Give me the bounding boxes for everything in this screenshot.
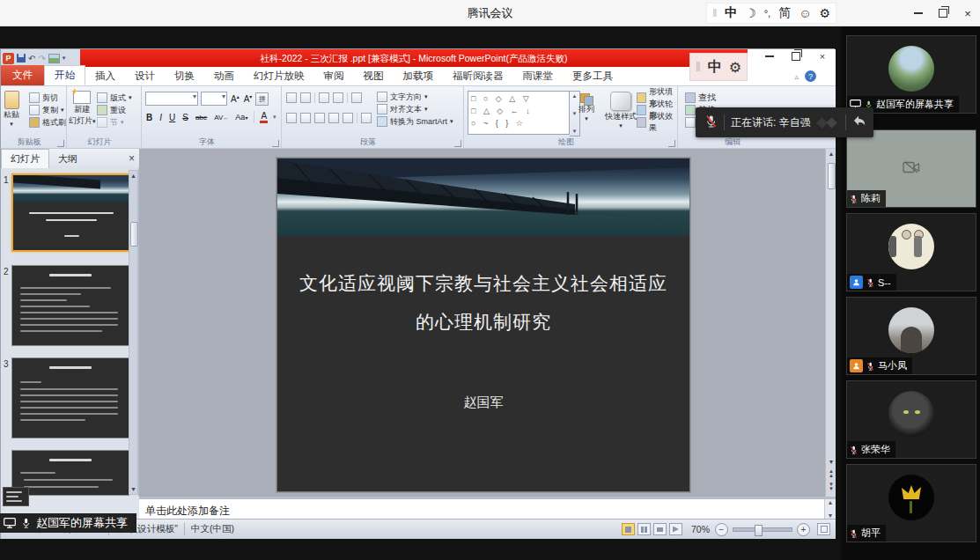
- arrange-button[interactable]: 排列 ▾: [578, 93, 594, 122]
- notes-scrollbar[interactable]: ▲▼: [824, 499, 836, 519]
- align-left-icon[interactable]: [286, 113, 297, 123]
- fullhalf-moon-icon[interactable]: ☽: [745, 6, 756, 20]
- scroll-up-icon[interactable]: ▲: [826, 151, 836, 157]
- qat-dropdown-icon[interactable]: ▾: [63, 55, 66, 62]
- tab-animations[interactable]: 动画: [204, 67, 244, 85]
- new-slide-button[interactable]: 新建 幻灯片▾: [69, 91, 96, 127]
- slideshow-view-button[interactable]: [669, 523, 682, 535]
- font-name-combo[interactable]: [145, 92, 198, 106]
- shape-effects-button[interactable]: 形状效果: [637, 116, 677, 129]
- font-color-button[interactable]: A: [260, 111, 268, 123]
- ime-lang-indicator[interactable]: 中: [725, 5, 737, 21]
- redo-icon[interactable]: ↷: [38, 54, 45, 63]
- drawing-dialog-launcher[interactable]: [668, 140, 675, 147]
- tab-transitions[interactable]: 切换: [165, 67, 204, 85]
- tab-insert[interactable]: 插入: [85, 67, 125, 85]
- ppt-minimize-button[interactable]: [756, 49, 783, 63]
- align-right-icon[interactable]: [314, 113, 325, 123]
- ppt-ime-gear-icon[interactable]: ⚙: [729, 59, 741, 76]
- ppt-close-button[interactable]: ×: [809, 49, 836, 63]
- panel-scroll-thumb[interactable]: [130, 222, 138, 247]
- panel-close-icon[interactable]: ×: [129, 152, 135, 165]
- slide-thumbnail-3[interactable]: [11, 357, 129, 438]
- columns-icon[interactable]: [361, 113, 372, 123]
- slide-title[interactable]: 文化适应视阈下宗教与社会主义社会相适应 的心理机制研究: [286, 264, 681, 342]
- italic-button[interactable]: I: [158, 113, 163, 122]
- tab-view[interactable]: 视图: [354, 67, 394, 85]
- help-icon[interactable]: ?: [805, 70, 816, 82]
- language-indicator[interactable]: 中文(中国): [191, 523, 234, 535]
- simplified-chinese-icon[interactable]: 简: [778, 5, 791, 21]
- tab-review[interactable]: 审阅: [314, 67, 354, 85]
- shapes-gallery[interactable]: □ ○ ◇ △ ▽ □ △ ◇ ← ↓ ○ ~ { } ☆: [468, 91, 570, 135]
- scroll-down-icon[interactable]: ▼: [826, 459, 836, 465]
- previous-slide-button[interactable]: ▲▲: [826, 469, 836, 478]
- reset-button[interactable]: 重设: [97, 104, 132, 116]
- panel-scroll-down-icon[interactable]: ▼: [129, 486, 137, 492]
- reading-view-button[interactable]: [653, 523, 667, 535]
- slideshow-icon[interactable]: [48, 54, 60, 63]
- tab-file[interactable]: 文件: [1, 65, 44, 85]
- panel-tab-slides[interactable]: 幻灯片: [1, 149, 49, 168]
- grow-font-button[interactable]: A▴: [230, 93, 240, 104]
- ime-tray[interactable]: ‖ 中 ☽ °, 简 ☺ ⚙: [706, 3, 836, 24]
- normal-view-button[interactable]: [622, 523, 635, 535]
- notes-pane[interactable]: 单击此处添加备注 ▲▼: [139, 497, 836, 519]
- slide-sorter-view-button[interactable]: [637, 523, 651, 535]
- participant-tile-maxiaofeng[interactable]: 马小凤: [846, 297, 976, 375]
- slide-thumbnail-4[interactable]: [11, 450, 129, 496]
- ppt-ime-widget[interactable]: ‖ 中 ⚙: [689, 53, 748, 81]
- tab-more-tools[interactable]: 更多工具: [563, 67, 623, 85]
- slide-thumbnail-1[interactable]: [11, 173, 131, 252]
- zoom-in-button[interactable]: +: [797, 523, 810, 536]
- participant-tile-screen-share[interactable]: 赵国军的屏幕共享: [846, 35, 976, 114]
- scroll-thumb[interactable]: [828, 163, 836, 189]
- font-size-combo[interactable]: [201, 92, 227, 106]
- pinyin-guide-icon[interactable]: 拼: [255, 92, 269, 106]
- ribbon-collapse-icon[interactable]: ▵: [794, 72, 799, 81]
- panel-tab-outline[interactable]: 大纲: [49, 150, 86, 168]
- participant-tile-chenli[interactable]: 陈莉: [846, 129, 976, 208]
- panel-scroll-up-icon[interactable]: ▲: [129, 173, 137, 179]
- participant-tile-zhangronghua[interactable]: 张荣华: [846, 380, 976, 459]
- font-dialog-launcher[interactable]: [272, 140, 279, 147]
- change-case-button[interactable]: Aa▾: [234, 113, 248, 122]
- bullets-icon[interactable]: [286, 92, 297, 103]
- toast-collapse-arrow-icon[interactable]: [852, 114, 866, 130]
- tab-home[interactable]: 开始: [44, 65, 85, 85]
- copy-button[interactable]: 复制▾: [29, 104, 66, 116]
- section-button[interactable]: 节▾: [97, 116, 132, 129]
- line-spacing-icon[interactable]: [351, 92, 362, 103]
- align-text-button[interactable]: 对齐文本▾: [377, 103, 453, 115]
- ppt-ime-lang[interactable]: 中: [708, 58, 722, 77]
- punctuation-icon[interactable]: °,: [764, 8, 770, 18]
- layout-button[interactable]: 版式▾: [97, 92, 132, 104]
- emoji-icon[interactable]: ☺: [799, 6, 811, 20]
- editor-scrollbar[interactable]: ▲ ▼ ▲▲ ▼▼: [825, 149, 836, 497]
- quick-styles-button[interactable]: 快速样式 ▾: [605, 92, 637, 129]
- numbering-icon[interactable]: [300, 92, 311, 103]
- save-icon[interactable]: [17, 54, 26, 63]
- panel-scrollbar[interactable]: ▲ ▼: [129, 170, 138, 495]
- smartart-button[interactable]: 转换为 SmartArt▾: [377, 115, 453, 128]
- minimize-button[interactable]: [906, 0, 931, 26]
- justify-icon[interactable]: [328, 113, 339, 123]
- paste-button[interactable]: 粘贴 ▾: [4, 91, 19, 128]
- slide-canvas[interactable]: 文化适应视阈下宗教与社会主义社会相适应 的心理机制研究 赵国军: [276, 158, 690, 492]
- fit-to-window-button[interactable]: [817, 523, 830, 535]
- zoom-slider[interactable]: [733, 527, 792, 532]
- tab-addins[interactable]: 加载项: [394, 67, 444, 85]
- participant-tile-s[interactable]: S--: [846, 213, 976, 291]
- cut-button[interactable]: 剪切: [29, 92, 66, 104]
- powerpoint-app-icon[interactable]: P: [3, 53, 14, 64]
- slide-thumbnail-2[interactable]: [11, 265, 129, 346]
- ppt-restore-button[interactable]: [783, 49, 809, 63]
- participant-tile-huping[interactable]: 胡平: [846, 464, 976, 542]
- close-button[interactable]: ×: [955, 0, 980, 26]
- format-painter-button[interactable]: 格式刷: [29, 116, 66, 129]
- find-button[interactable]: 查找: [685, 92, 722, 104]
- tab-design[interactable]: 设计: [125, 67, 165, 85]
- distribute-icon[interactable]: [343, 113, 353, 123]
- tab-slideshow[interactable]: 幻灯片放映: [244, 67, 314, 85]
- ime-settings-gear-icon[interactable]: ⚙: [819, 6, 830, 20]
